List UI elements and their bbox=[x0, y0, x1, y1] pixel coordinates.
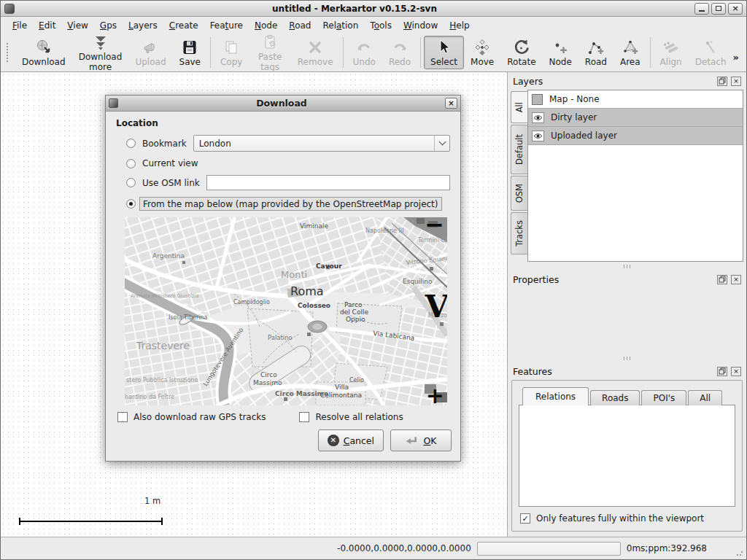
features-tab-relations[interactable]: Relations bbox=[522, 387, 589, 405]
menu-create[interactable]: Create bbox=[163, 18, 204, 33]
eye-icon[interactable] bbox=[532, 131, 544, 141]
undo-button[interactable]: Undo bbox=[347, 36, 382, 69]
redo-button[interactable]: Redo bbox=[382, 36, 417, 69]
close-panel-icon[interactable]: × bbox=[731, 77, 741, 86]
menu-window[interactable]: Window bbox=[398, 18, 444, 33]
bookmark-value: London bbox=[199, 139, 231, 149]
bookmark-label: Bookmark bbox=[142, 139, 187, 149]
map-label: Napoleone III bbox=[365, 228, 404, 234]
layer-label: Map - None bbox=[549, 94, 600, 104]
paste-tags-button[interactable]: Paste tags bbox=[249, 36, 290, 69]
download-more-button[interactable]: Download more bbox=[72, 36, 129, 69]
download-button[interactable]: Download bbox=[15, 36, 72, 69]
toolbar-drag-handle[interactable] bbox=[7, 43, 9, 62]
menu-help[interactable]: Help bbox=[444, 18, 475, 33]
rotate-button[interactable]: Rotate bbox=[500, 36, 542, 69]
detach-button[interactable]: Detach bbox=[689, 36, 733, 69]
bookmark-combobox[interactable]: London bbox=[193, 135, 450, 152]
dock-splitter[interactable] bbox=[510, 262, 744, 271]
layers-tab-all[interactable]: All bbox=[511, 91, 527, 123]
paste-tags-icon bbox=[261, 34, 279, 51]
close-panel-icon[interactable]: × bbox=[731, 275, 741, 284]
node-icon bbox=[551, 39, 569, 56]
close-button[interactable]: × bbox=[728, 3, 743, 15]
menu-file[interactable]: File bbox=[7, 18, 33, 33]
map-label: Celio bbox=[349, 377, 364, 384]
menu-feature[interactable]: Feature bbox=[204, 18, 249, 33]
eye-icon[interactable] bbox=[532, 112, 544, 123]
float-panel-icon[interactable] bbox=[717, 77, 727, 86]
layers-tab-label: Tracks bbox=[514, 220, 525, 246]
detach-icon bbox=[702, 39, 719, 56]
area-button[interactable]: Area bbox=[614, 36, 647, 69]
resize-grip[interactable] bbox=[736, 549, 743, 556]
chevron-down-icon[interactable] bbox=[434, 136, 449, 151]
resolve-relations-checkbox[interactable] bbox=[299, 412, 309, 422]
layer-box[interactable] bbox=[532, 94, 543, 105]
current-view-radio[interactable] bbox=[126, 159, 136, 168]
road-button[interactable]: Road bbox=[578, 36, 614, 69]
layer-list: Map - NoneDirty layerUploaded layer bbox=[527, 90, 743, 262]
cancel-icon: ✕ bbox=[328, 435, 339, 446]
map-zoom-out-button[interactable]: − bbox=[425, 217, 444, 236]
ok-button[interactable]: OK bbox=[390, 429, 452, 451]
layer-row[interactable]: Dirty layer bbox=[528, 109, 743, 127]
remove-button[interactable]: Remove bbox=[291, 36, 340, 69]
menu-view[interactable]: View bbox=[61, 18, 93, 33]
layers-tab-osm[interactable]: OSM bbox=[511, 176, 527, 211]
osm-link-input[interactable] bbox=[206, 175, 450, 190]
menu-node[interactable]: Node bbox=[249, 18, 283, 33]
move-button[interactable]: Move bbox=[464, 36, 500, 69]
titlebar[interactable]: untitled - Merkaartor v0.15.2-svn × bbox=[1, 1, 746, 17]
features-tab-roads[interactable]: Roads bbox=[590, 390, 640, 405]
maximize-button[interactable] bbox=[711, 3, 726, 15]
menu-layers[interactable]: Layers bbox=[123, 18, 163, 33]
features-tab-pois[interactable]: POI's bbox=[641, 390, 686, 405]
layers-tab-default[interactable]: Default bbox=[511, 125, 527, 174]
map-label: Parco bbox=[344, 301, 363, 308]
select-icon bbox=[436, 39, 453, 56]
dialog-titlebar[interactable]: Download × bbox=[106, 96, 460, 112]
layers-tab-label: All bbox=[514, 102, 525, 112]
menu-gps[interactable]: Gps bbox=[94, 18, 123, 33]
toolbar-button-label: Rotate bbox=[507, 57, 535, 67]
float-panel-icon[interactable] bbox=[717, 367, 727, 376]
coordinates-readout: -0.0000,0.0000,0.0000,0.0000 bbox=[337, 543, 471, 553]
cancel-button[interactable]: ✕Cancel bbox=[318, 429, 384, 451]
dock-splitter[interactable] bbox=[510, 354, 744, 362]
remove-icon bbox=[306, 39, 324, 56]
save-button[interactable]: Save bbox=[173, 36, 207, 69]
toolbar-overflow-chevron[interactable]: » bbox=[733, 52, 745, 71]
osm-link-radio[interactable] bbox=[126, 178, 136, 187]
menu-edit[interactable]: Edit bbox=[33, 18, 61, 33]
upload-button[interactable]: Upload bbox=[128, 36, 172, 69]
menu-tools[interactable]: Tools bbox=[364, 18, 398, 33]
map-zoom-in-button[interactable]: + bbox=[426, 385, 444, 405]
float-panel-icon[interactable] bbox=[717, 275, 727, 284]
from-map-radio[interactable] bbox=[126, 199, 136, 209]
features-list[interactable] bbox=[519, 405, 735, 507]
align-icon bbox=[662, 39, 680, 56]
map-label: Monti bbox=[281, 269, 307, 280]
layer-row[interactable]: Map - None bbox=[528, 90, 743, 109]
dialog-close-icon[interactable]: × bbox=[445, 98, 457, 109]
bookmark-radio[interactable] bbox=[126, 139, 136, 148]
minimize-button[interactable] bbox=[694, 3, 709, 15]
menu-relation[interactable]: Relation bbox=[317, 18, 364, 33]
layers-tab-tracks[interactable]: Tracks bbox=[511, 212, 527, 254]
map-canvas[interactable]: 1 m Download × Location Bookmark London bbox=[1, 72, 508, 537]
node-button[interactable]: Node bbox=[543, 36, 578, 69]
align-button[interactable]: Align bbox=[654, 36, 689, 69]
select-button[interactable]: Select bbox=[424, 36, 464, 69]
layers-panel-header: Layers × bbox=[510, 72, 744, 88]
move-icon bbox=[473, 39, 491, 56]
undo-icon bbox=[355, 39, 373, 56]
close-panel-icon[interactable]: × bbox=[731, 367, 741, 376]
menu-road[interactable]: Road bbox=[283, 18, 317, 33]
gps-tracks-checkbox[interactable] bbox=[117, 412, 128, 422]
copy-button[interactable]: Copy bbox=[214, 36, 249, 69]
viewport-filter-checkbox[interactable]: ✓ bbox=[520, 513, 530, 524]
osm-map-preview[interactable]: ArgentinaViminaleNapoleone IIITermini-La… bbox=[125, 217, 447, 405]
features-tab-all[interactable]: All bbox=[688, 390, 722, 405]
layer-row[interactable]: Uploaded layer bbox=[528, 127, 743, 145]
